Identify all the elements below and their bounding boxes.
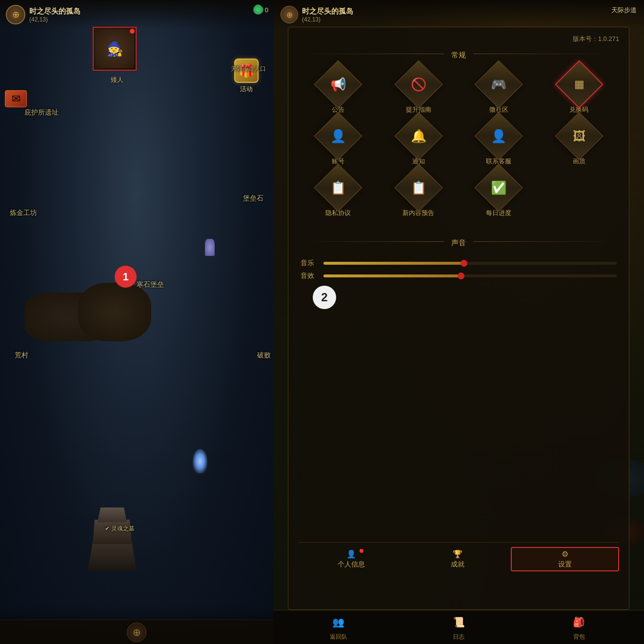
activity-button[interactable]: 🎁 活动 (234, 59, 259, 94)
sound-section: 音乐 音效 (288, 253, 629, 287)
temple-top (98, 507, 127, 522)
temple-base (88, 542, 137, 571)
action-achievements[interactable]: 🏆 成就 (404, 547, 511, 571)
preview-icon: 📋 (411, 180, 426, 195)
settings-grid-row3: 📋 隐私协议 📋 新内容预告 ✅ 每日进度 (288, 168, 629, 220)
effect-slider-thumb (458, 273, 464, 279)
glow-figure (193, 449, 207, 473)
mail-icon: ✉ (5, 90, 27, 107)
character-portrait[interactable]: 🧙 (93, 27, 137, 71)
community-icon: 🎮 (491, 77, 506, 92)
personal-info-label: 个人信息 (338, 560, 365, 569)
right-currency: 天际步道 (611, 6, 637, 15)
community-diamond: 🎮 (475, 60, 523, 109)
ruins-terrain-2 (78, 283, 151, 341)
bottom-actions: 👤 个人信息 🏆 成就 ⚙ 设置 (298, 542, 619, 571)
top-bar-left: ⊕ 时之尽头的孤岛 (42,13) 0 (0, 0, 273, 29)
support-icon: 👤 (491, 129, 506, 144)
currency-display-1: 0 (253, 5, 268, 15)
action-settings[interactable]: ⚙ 设置 (511, 547, 619, 571)
privacy-diamond: 📋 (314, 164, 362, 212)
portrait-dot (130, 29, 135, 34)
bottom-tabs: 👥 返回队 📜 日志 🎒 背包 (273, 610, 644, 644)
settings-item-support[interactable]: 👤 联系客服 (461, 119, 537, 166)
effect-slider-fill (323, 274, 461, 277)
settings-item-redeem[interactable]: ▦ 兑换码 (542, 67, 617, 114)
label-soul-tomb: ✔ 灵魂之墓 (105, 525, 135, 533)
settings-item-privacy[interactable]: 📋 隐私协议 (301, 171, 376, 217)
temple-terrain (88, 507, 137, 571)
sound-section-divider: 声音 (288, 230, 629, 253)
redeem-diamond: ▦ (555, 60, 603, 109)
settings-item-preview[interactable]: 📋 新内容预告 (381, 171, 457, 217)
right-map-icon: ⊕ (281, 6, 298, 23)
right-panel: ⊕ 时之尽头的孤岛 (42,13) 天际步道 版本号：1.0.271 常规 📢 … (273, 0, 644, 644)
settings-label: 设置 (558, 560, 572, 569)
currency-value-1: 0 (265, 6, 268, 14)
right-top-bar: ⊕ 时之尽头的孤岛 (42,13) 天际步道 (273, 0, 644, 29)
location-info: 时之尽头的孤岛 (42,13) (29, 7, 80, 23)
action-personal-info[interactable]: 👤 个人信息 (298, 547, 404, 571)
redeem-icon: ▦ (574, 78, 584, 91)
right-location-info: 时之尽头的孤岛 (42,13) (302, 7, 353, 23)
log-tab-label: 日志 (453, 633, 464, 641)
settings-item-notification[interactable]: 🔔 通知 (381, 119, 457, 166)
gem-icon (251, 3, 265, 17)
portrait-inner: 🧙 (95, 29, 134, 68)
map-icon[interactable]: ⊕ (6, 5, 25, 24)
guide-diamond: 🚫 (394, 60, 443, 109)
bottom-icon-left[interactable]: ⊕ (127, 623, 146, 642)
announcement-icon: 📢 (330, 77, 346, 92)
settings-item-guide[interactable]: 🚫 提升指南 (381, 67, 457, 114)
sound-section-label: 声音 (444, 238, 473, 248)
daily-diamond: ✅ (475, 164, 523, 212)
music-slider-thumb (461, 260, 467, 267)
achievements-label: 成就 (451, 560, 464, 569)
settings-item-community[interactable]: 🎮 微社区 (461, 67, 537, 114)
log-tab-icon: 📜 (450, 614, 467, 631)
preview-diamond: 📋 (394, 164, 443, 212)
left-panel: ⊕ 时之尽头的孤岛 (42,13) 0 🧙 矮人 🎁 活动 ✉ 庇护所遗址 炼金… (0, 0, 273, 644)
quality-diamond: 🖼 (555, 112, 603, 160)
settings-panel: 版本号：1.0.271 常规 📢 公告 🚫 提升指南 🎮 (288, 27, 629, 610)
label-cold-fortress: 寒石堡垒 (137, 280, 164, 289)
label-fortress-stone: 堡垒石 (243, 194, 263, 203)
tab-return[interactable]: 👥 返回队 (330, 614, 347, 641)
settings-grid-row2: 👤 账号 🔔 通知 👤 联系客服 🖼 画质 (288, 117, 629, 168)
location-coords: (42,13) (29, 16, 80, 23)
top-right-icons: 0 (253, 5, 268, 15)
bottom-bar-left: ⊕ (0, 620, 273, 644)
label-forge: 炼金工坊 (10, 209, 37, 217)
settings-item-quality[interactable]: 🖼 画质 (542, 119, 617, 166)
return-tab-icon: 👥 (330, 614, 347, 631)
quality-icon: 🖼 (573, 129, 585, 144)
location-name: 时之尽头的孤岛 (29, 7, 80, 16)
personal-info-dot (360, 549, 363, 553)
label-village: 荒村 (15, 351, 28, 360)
mail-container[interactable]: ✉ (5, 90, 27, 107)
effect-label: 音效 (301, 272, 318, 280)
music-slider-fill (323, 262, 464, 265)
tab-log[interactable]: 📜 日志 (450, 614, 467, 641)
label-ruins: 庇护所遗址 (24, 108, 59, 117)
privacy-icon: 📋 (330, 180, 346, 195)
settings-item-announcement[interactable]: 📢 公告 (301, 67, 376, 114)
effect-slider-track[interactable] (323, 274, 617, 277)
music-slider-track[interactable] (323, 262, 617, 265)
effect-slider-row: 音效 (301, 272, 617, 280)
char-name-label: 矮人 (105, 76, 129, 84)
support-diamond: 👤 (475, 112, 523, 160)
activity-label: 活动 (240, 85, 253, 94)
notification-icon: 🔔 (411, 129, 426, 144)
step-2-circle: 2 (313, 286, 336, 309)
settings-item-daily[interactable]: ✅ 每日进度 (461, 171, 537, 217)
general-section-label: 常规 (444, 51, 473, 60)
tab-bag[interactable]: 🎒 背包 (570, 614, 587, 641)
music-label: 音乐 (301, 259, 318, 268)
music-slider-row: 音乐 (301, 259, 617, 268)
empty-grid-cell (542, 171, 576, 205)
account-diamond: 👤 (314, 112, 362, 160)
right-location-name: 时之尽头的孤岛 (302, 7, 353, 16)
map-character (205, 239, 215, 256)
settings-item-account[interactable]: 👤 账号 (301, 119, 376, 166)
